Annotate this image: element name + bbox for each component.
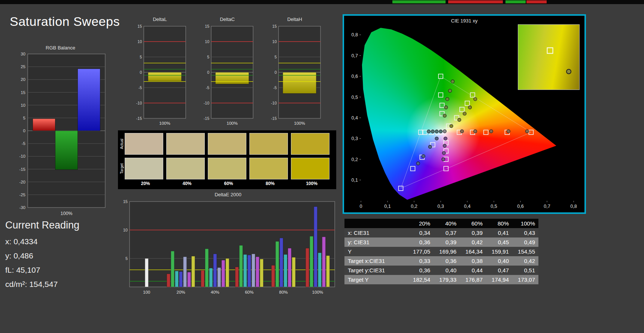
svg-text:-5: -5: [139, 85, 142, 90]
svg-text:-30: -30: [19, 205, 25, 210]
swatch-actual-80%: [249, 133, 288, 155]
svg-text:0,4: 0,4: [352, 115, 358, 121]
svg-text:-10: -10: [271, 101, 277, 105]
svg-text:25: 25: [21, 64, 25, 69]
topbar-segment-3[interactable]: [526, 0, 547, 3]
svg-text:0,5: 0,5: [352, 95, 358, 100]
svg-text:-5: -5: [273, 85, 277, 90]
table-row: y: CIE310,360,390,420,450,49: [344, 237, 538, 247]
svg-text:-10: -10: [204, 101, 209, 105]
svg-text:40%: 40%: [211, 290, 219, 294]
svg-text:20: 20: [21, 77, 25, 82]
svg-text:-20: -20: [19, 180, 25, 184]
cie-inset-zoom: [518, 24, 580, 90]
delta-l-title: DeltaL: [132, 16, 188, 22]
rgb-balance-panel[interactable]: RGB Balance -30-25-20-15-10-505101520253…: [14, 45, 107, 219]
svg-text:0,7: 0,7: [352, 53, 358, 58]
svg-text:10: 10: [123, 228, 128, 232]
swatch-panel: ActualTarget20%40%60%80%100%: [118, 130, 336, 189]
delta-h-chart: -15-10-5051015100%: [267, 22, 323, 130]
results-table: 20%40%60%80%100%x: CIE310,340,370,390,41…: [344, 219, 538, 284]
svg-text:20%: 20%: [176, 290, 185, 294]
swatch-target-20%: [125, 158, 163, 179]
svg-text:-25: -25: [19, 193, 25, 197]
svg-text:100%: 100%: [294, 121, 305, 125]
svg-text:0,2: 0,2: [411, 204, 417, 209]
swatch-col-label: 80%: [249, 181, 291, 186]
table-row: x: CIE310,340,370,390,410,43: [344, 228, 538, 237]
svg-text:5: 5: [23, 116, 25, 120]
current-reading-y: y: 0,486: [5, 251, 79, 260]
topbar-segment-0[interactable]: [392, 0, 446, 3]
delta-c-panel[interactable]: DeltaC -15-10-5051015100%: [199, 16, 255, 130]
svg-text:10: 10: [137, 39, 142, 44]
delta-l-chart: -15-10-5051015100%: [132, 22, 188, 130]
delta-l-panel[interactable]: DeltaL -15-10-5051015100%: [132, 16, 188, 130]
svg-text:100%: 100%: [312, 290, 323, 294]
delta-h-panel[interactable]: DeltaH -15-10-5051015100%: [267, 16, 323, 130]
swatch-col-label: 20%: [125, 181, 166, 186]
svg-text:0,3: 0,3: [437, 204, 444, 209]
swatch-target-60%: [208, 158, 246, 179]
svg-text:0,4: 0,4: [464, 204, 470, 209]
svg-text:15: 15: [205, 24, 209, 28]
svg-text:10: 10: [21, 103, 25, 108]
svg-text:30: 30: [21, 52, 25, 56]
svg-text:15: 15: [137, 24, 142, 28]
swatch-target-80%: [249, 158, 288, 179]
svg-text:5: 5: [274, 55, 277, 59]
swatch-actual-100%: [291, 133, 329, 155]
rgb-balance-chart: -30-25-20-15-10-5051015202530100%: [14, 51, 107, 219]
delta-h-title: DeltaH: [267, 16, 323, 22]
svg-text:100: 100: [143, 290, 150, 294]
swatch-actual-20%: [125, 133, 163, 155]
svg-text:0,7: 0,7: [544, 204, 550, 209]
rgb-balance-title: RGB Balance: [14, 45, 107, 51]
svg-text:0: 0: [207, 70, 209, 75]
swatch-target-40%: [166, 158, 205, 179]
table-header-row: 20%40%60%80%100%: [344, 219, 538, 228]
table-row: Target y:CIE310,360,400,440,470,51: [344, 266, 538, 275]
topbar: [0, 0, 644, 4]
svg-text:100%: 100%: [159, 121, 170, 125]
delta-c-chart: -15-10-5051015100%: [199, 22, 255, 130]
cie-panel[interactable]: 00,10,20,30,40,50,60,70,80,10,20,30,40,5…: [343, 14, 586, 214]
topbar-segment-2[interactable]: [505, 0, 526, 3]
inset-target-marker: [547, 48, 553, 54]
svg-text:0,1: 0,1: [352, 178, 358, 183]
table-row: Y177,05169,96164,34159,91154,55: [344, 247, 538, 256]
svg-text:0,3: 0,3: [352, 136, 358, 141]
table-row: Target Y182,54179,33176,87174,94173,07: [344, 275, 538, 284]
swatch-row-target: Target: [119, 157, 336, 180]
svg-text:0: 0: [360, 204, 362, 209]
svg-text:0: 0: [274, 70, 277, 75]
current-reading-cdm2: cd/m²: 154,547: [5, 280, 79, 289]
svg-text:-15: -15: [204, 116, 209, 121]
swatch-target-100%: [291, 158, 329, 179]
svg-text:80%: 80%: [279, 290, 288, 294]
svg-text:15: 15: [21, 90, 25, 95]
table-row: Target x:CIE310,330,360,380,400,42: [344, 256, 538, 266]
svg-text:0,2: 0,2: [352, 157, 358, 162]
swatch-row-label: Target: [119, 158, 125, 179]
svg-text:-5: -5: [22, 141, 25, 146]
svg-text:0: 0: [140, 70, 142, 75]
svg-text:0,6: 0,6: [517, 204, 523, 209]
topbar-segment-1[interactable]: [448, 0, 503, 3]
svg-text:5: 5: [125, 256, 128, 261]
deltae-panel[interactable]: DeltaE 2000 5101510020%40%60%80%100%: [119, 192, 337, 299]
gamut-triangle: [401, 76, 531, 188]
calibration-screen: Saturation Sweeps RGB Balance -30-25-20-…: [0, 0, 644, 333]
svg-text:0,8: 0,8: [570, 204, 577, 209]
svg-text:0,5: 0,5: [490, 204, 497, 209]
swatch-row-actual: Actual: [119, 133, 336, 155]
svg-text:0,8: 0,8: [352, 32, 358, 37]
svg-text:5: 5: [207, 55, 209, 59]
svg-text:0: 0: [23, 128, 25, 133]
svg-text:-15: -15: [19, 167, 25, 172]
cie-title: CIE 1931 xy: [344, 18, 584, 24]
swatch-col-label: 40%: [166, 181, 208, 186]
current-reading: Current Reading x: 0,4334 y: 0,486 fL: 4…: [5, 220, 79, 294]
svg-text:100%: 100%: [227, 121, 237, 125]
svg-text:100%: 100%: [61, 211, 73, 216]
